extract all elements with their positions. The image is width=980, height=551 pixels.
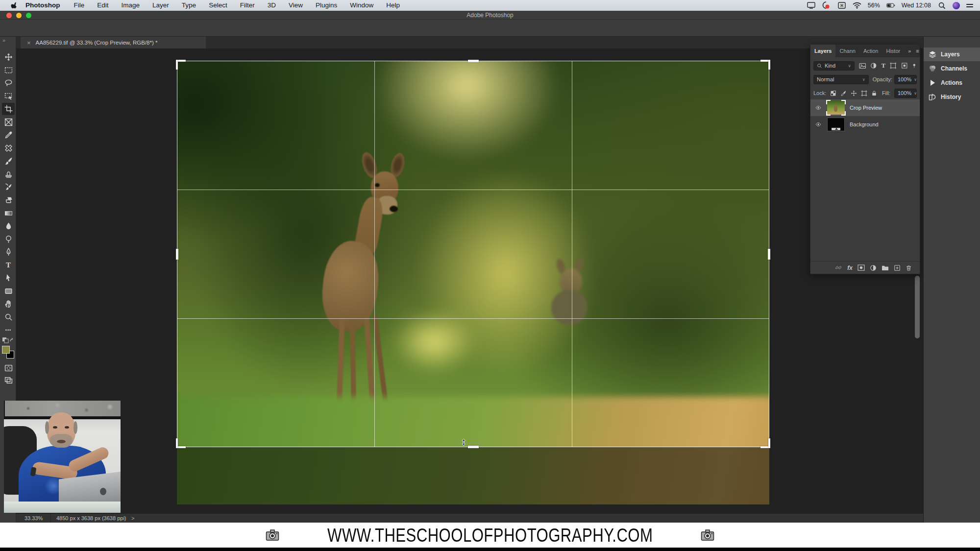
layer-thumbnail[interactable] [827,101,845,115]
menu-help[interactable]: Help [380,0,406,11]
crop-handle-top-left[interactable] [176,60,178,70]
crop-bounding-box[interactable] [177,61,769,447]
keyboard-shortcut-icon[interactable]: ⌘ [837,2,846,9]
crop-handle-bottom-left[interactable] [176,438,178,448]
menu-photoshop[interactable]: Photoshop [18,0,68,11]
spot-healing-brush-tool[interactable] [2,142,15,154]
recording-indicator-icon[interactable] [822,2,831,9]
close-window-button[interactable] [6,13,12,18]
lock-all-icon[interactable] [871,90,877,96]
delete-layer-icon[interactable] [906,264,912,271]
swap-colors-icon[interactable] [2,337,14,346]
dock-button-layers[interactable]: Layers [924,48,980,61]
hand-tool[interactable] [2,298,15,310]
menu-select[interactable]: Select [202,0,234,11]
layer-name[interactable]: Crop Preview [850,105,882,111]
spotlight-search-icon[interactable] [937,2,946,9]
tools-collapse-icon[interactable]: » [2,37,5,43]
fill-select[interactable]: 100% ∨ [894,89,917,98]
move-tool[interactable] [2,51,15,63]
type-tool[interactable]: T [2,259,15,271]
menu-edit[interactable]: Edit [91,0,115,11]
document-tab[interactable]: × AA856229.tif @ 33.3% (Crop Preview, RG… [21,37,206,48]
new-adjustment-layer-icon[interactable] [870,264,877,271]
clone-stamp-tool[interactable] [2,168,15,180]
blend-mode-select[interactable]: Normal ∨ [813,75,869,84]
dock-button-actions[interactable]: Actions [924,76,980,90]
crop-handle-bottom[interactable] [468,446,479,448]
filter-pixel-layers-icon[interactable] [859,63,866,69]
crop-handle-top-right[interactable] [768,60,770,70]
status-chevron-icon[interactable]: > [131,515,134,521]
tab-channels[interactable]: Chann [835,45,859,57]
menu-image[interactable]: Image [115,0,147,11]
zoom-tool[interactable] [2,311,15,323]
lock-artboard-icon[interactable] [861,90,867,96]
screen-mode-icon[interactable] [2,374,15,386]
menu-plugins[interactable]: Plugins [309,0,343,11]
foreground-color-swatch[interactable] [2,346,10,354]
wifi-icon[interactable] [853,2,861,9]
menu-file[interactable]: File [68,0,91,11]
lasso-tool[interactable] [2,77,15,89]
shape-tool[interactable] [2,285,15,297]
opacity-select[interactable]: 100% ∨ [894,75,917,84]
layer-visibility-eye-icon[interactable] [814,105,822,111]
siri-icon[interactable] [953,2,960,9]
filter-type-layers-icon[interactable]: T [882,62,886,70]
panel-menu-icon[interactable]: ≡ [915,45,923,57]
apple-menu-icon[interactable] [11,1,18,9]
lock-transparency-icon[interactable] [830,90,836,96]
dock-button-channels[interactable]: Channels [924,62,980,75]
new-group-icon[interactable] [882,264,889,271]
quick-mask-icon[interactable] [2,362,15,374]
eraser-tool[interactable] [2,194,15,206]
gradient-tool[interactable] [2,207,15,219]
crop-handle-right[interactable] [768,249,770,260]
marquee-tool[interactable] [2,64,15,76]
control-center-icon[interactable] [966,4,973,7]
screen-mirroring-icon[interactable] [807,2,816,9]
tab-actions[interactable]: Action [859,45,882,57]
pen-tool[interactable] [2,246,15,258]
brush-tool[interactable] [2,155,15,167]
layer-visibility-eye-icon[interactable] [814,121,822,127]
tab-layers[interactable]: Layers [810,45,835,57]
eyedropper-tool[interactable] [2,129,15,141]
crop-handle-left[interactable] [176,249,178,260]
layer-name[interactable]: Background [850,121,879,127]
close-tab-icon[interactable]: × [27,39,31,47]
menu-window[interactable]: Window [343,0,380,11]
crop-handle-bottom-right[interactable] [768,438,770,448]
dodge-tool[interactable] [2,233,15,245]
layer-filter-kind-select[interactable]: Kind ∨ [813,61,855,71]
zoom-window-button[interactable] [26,13,31,18]
crop-tool[interactable] [2,103,15,115]
layer-row-crop-preview[interactable]: Crop Preview [810,99,920,116]
history-brush-tool[interactable] [2,181,15,193]
add-layer-mask-icon[interactable] [858,264,865,271]
menu-filter[interactable]: Filter [234,0,261,11]
menu-view[interactable]: View [282,0,309,11]
tab-history[interactable]: Histor [882,45,904,57]
lock-pixels-icon[interactable] [840,90,847,96]
path-selection-tool[interactable] [2,272,15,284]
menubar-clock[interactable]: Wed 12:08 [902,2,931,9]
blur-tool[interactable] [2,220,15,232]
dock-button-history[interactable]: History [924,90,980,104]
frame-tool[interactable] [2,116,15,128]
crop-handle-top[interactable] [468,60,479,62]
menu-layer[interactable]: Layer [146,0,175,11]
layer-row-background[interactable]: Background [810,116,920,133]
lock-position-icon[interactable] [851,90,857,96]
filter-shape-layers-icon[interactable] [890,62,897,69]
menu-3d[interactable]: 3D [261,0,282,11]
edit-toolbar-icon[interactable]: ••• [2,324,15,336]
filter-adjustment-layers-icon[interactable] [870,62,877,69]
panel-collapse-icon[interactable]: » [904,45,915,57]
zoom-level-value[interactable]: 33.33% [24,515,43,521]
new-layer-icon[interactable] [894,264,901,271]
filter-toggle-icon[interactable] [912,62,917,70]
layer-thumbnail[interactable] [827,118,845,131]
filter-smart-objects-icon[interactable] [901,62,908,69]
